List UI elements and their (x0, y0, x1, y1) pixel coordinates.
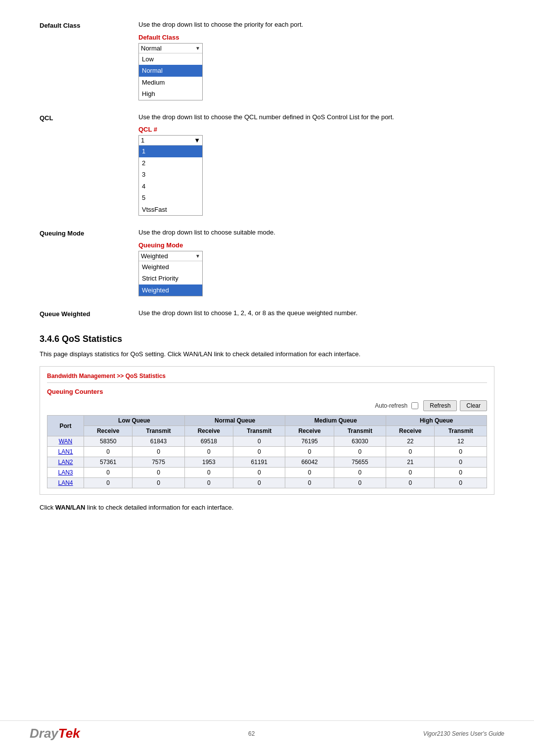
queuing-counters-label: Queuing Counters (47, 388, 487, 395)
auto-refresh-checkbox[interactable] (411, 402, 418, 409)
default-class-option-low[interactable]: Low (139, 53, 202, 65)
qcl-desc: Use the drop down list to choose the QCL… (138, 112, 494, 122)
hq-transmit: Transmit (435, 426, 487, 436)
col-low-queue: Low Queue (84, 416, 185, 426)
qcl-option-1[interactable]: 1 (139, 145, 202, 157)
queuing-mode-dropdown-label: Queuing Mode (138, 241, 494, 249)
mq-t-0: 63030 (334, 436, 386, 447)
queuing-mode-option-strict[interactable]: Strict Priority (139, 273, 202, 284)
clear-button[interactable]: Clear (460, 400, 487, 411)
hq-r-2: 21 (386, 457, 435, 468)
draytek-logo: DrayTek (30, 726, 80, 741)
lq-t-2: 7575 (133, 457, 185, 468)
qcl-dropdown-arrow-icon: ▼ (194, 137, 200, 144)
queue-weighted-section: Queue Weighted Use the drop down list to… (40, 308, 494, 322)
refresh-button[interactable]: Refresh (423, 400, 457, 411)
page-number: 62 (248, 730, 255, 737)
hq-r-4: 0 (386, 478, 435, 488)
default-class-option-high[interactable]: High (139, 88, 202, 100)
mq-r-1: 0 (285, 447, 334, 457)
qos-stats-section: 3.4.6 QoS Statistics This page displays … (40, 334, 494, 513)
default-class-dropdown-label: Default Class (138, 34, 494, 41)
hq-r-0: 22 (386, 436, 435, 447)
qcl-option-5[interactable]: 5 (139, 192, 202, 204)
hq-receive: Receive (386, 426, 435, 436)
default-class-label: Default Class (40, 20, 138, 29)
table-header-row-1: Port Low Queue Normal Queue Medium Queue… (47, 416, 487, 426)
default-class-option-medium[interactable]: Medium (139, 77, 202, 89)
hq-t-2: 0 (435, 457, 487, 468)
queuing-mode-list: Weighted Strict Priority Weighted (139, 261, 202, 296)
mq-r-4: 0 (285, 478, 334, 488)
nq-t-2: 61191 (233, 457, 285, 468)
qcl-option-vtssfast[interactable]: VtssFast (139, 204, 202, 216)
qcl-option-2[interactable]: 2 (139, 157, 202, 169)
mq-transmit: Transmit (334, 426, 386, 436)
nq-t-4: 0 (233, 478, 285, 488)
queuing-mode-selected[interactable]: Weighted ▼ (139, 251, 202, 261)
table-header-row-2: Receive Transmit Receive Transmit Receiv… (47, 426, 487, 436)
hq-t-0: 12 (435, 436, 487, 447)
lq-r-1: 0 (84, 447, 133, 457)
port-link-wan[interactable]: WAN (59, 438, 73, 445)
page-footer: DrayTek 62 Vigor2130 Series User's Guide (0, 720, 534, 741)
qcl-dropdown[interactable]: 1 ▼ 1 2 3 4 5 VtssFast (138, 135, 203, 216)
table-row: LAN2 57361 7575 1953 61191 66042 75655 2… (47, 457, 487, 468)
port-link-lan1[interactable]: LAN1 (58, 448, 73, 455)
port-link-lan3[interactable]: LAN3 (58, 469, 73, 476)
nq-t-3: 0 (233, 468, 285, 478)
table-row: LAN4 0 0 0 0 0 0 0 0 (47, 478, 487, 488)
qos-stats-panel: Bandwidth Management >> QoS Statistics Q… (40, 366, 494, 495)
hq-t-4: 0 (435, 478, 487, 488)
nq-r-2: 1953 (184, 457, 233, 468)
queue-weighted-desc-col: Use the drop down list to choose 1, 2, 4… (138, 308, 494, 322)
queuing-mode-section: Queuing Mode Use the drop down list to c… (40, 228, 494, 296)
queuing-mode-option-weighted[interactable]: Weighted (139, 261, 202, 273)
default-class-option-normal[interactable]: Normal (139, 65, 202, 77)
default-class-desc-col: Use the drop down list to choose the pri… (138, 20, 494, 100)
table-row: WAN 58350 61843 69518 0 76195 63030 22 1… (47, 436, 487, 447)
default-class-section: Default Class Use the drop down list to … (40, 20, 494, 100)
port-link-lan2[interactable]: LAN2 (58, 459, 73, 466)
default-class-desc: Use the drop down list to choose the pri… (138, 20, 494, 30)
nq-r-3: 0 (184, 468, 233, 478)
port-link-lan4[interactable]: LAN4 (58, 479, 73, 486)
mq-t-4: 0 (334, 478, 386, 488)
guide-title: Vigor2130 Series User's Guide (423, 730, 504, 737)
queuing-mode-option-weighted2[interactable]: Weighted (139, 284, 202, 296)
queuing-mode-arrow-icon: ▼ (195, 253, 200, 259)
page-content: Default Class Use the drop down list to … (0, 0, 534, 572)
queuing-mode-desc-col: Use the drop down list to choose suitabl… (138, 228, 494, 296)
qos-stats-intro: This page displays statistics for QoS se… (40, 349, 494, 360)
queuing-mode-dropdown[interactable]: Weighted ▼ Weighted Strict Priority Weig… (138, 251, 203, 297)
qcl-list: 1 2 3 4 5 VtssFast (139, 145, 202, 215)
lq-receive: Receive (84, 426, 133, 436)
qcl-option-4[interactable]: 4 (139, 181, 202, 192)
default-class-list: Low Normal Medium High (139, 53, 202, 100)
default-class-dropdown[interactable]: Normal ▼ Low Normal Medium High (138, 43, 203, 100)
table-row: LAN1 0 0 0 0 0 0 0 0 (47, 447, 487, 457)
qcl-dropdown-label: QCL # (138, 126, 494, 133)
lq-t-0: 61843 (133, 436, 185, 447)
nq-receive: Receive (184, 426, 233, 436)
lq-t-1: 0 (133, 447, 185, 457)
qcl-option-3[interactable]: 3 (139, 169, 202, 181)
section-heading: 3.4.6 QoS Statistics (40, 334, 494, 344)
breadcrumb: Bandwidth Management >> QoS Statistics (47, 373, 487, 379)
mq-r-0: 76195 (285, 436, 334, 447)
table-row: LAN3 0 0 0 0 0 0 0 0 (47, 468, 487, 478)
lq-transmit: Transmit (133, 426, 185, 436)
qcl-selected-row[interactable]: 1 ▼ (139, 136, 202, 145)
nq-transmit: Transmit (233, 426, 285, 436)
mq-t-1: 0 (334, 447, 386, 457)
hq-r-3: 0 (386, 468, 435, 478)
mq-r-3: 0 (285, 468, 334, 478)
queuing-mode-label: Queuing Mode (40, 228, 138, 237)
nq-r-4: 0 (184, 478, 233, 488)
lq-r-2: 57361 (84, 457, 133, 468)
default-class-selected[interactable]: Normal ▼ (139, 44, 202, 53)
queue-weighted-label: Queue Weighted (40, 308, 138, 318)
hq-t-3: 0 (435, 468, 487, 478)
breadcrumb-divider (47, 382, 487, 383)
nq-t-1: 0 (233, 447, 285, 457)
